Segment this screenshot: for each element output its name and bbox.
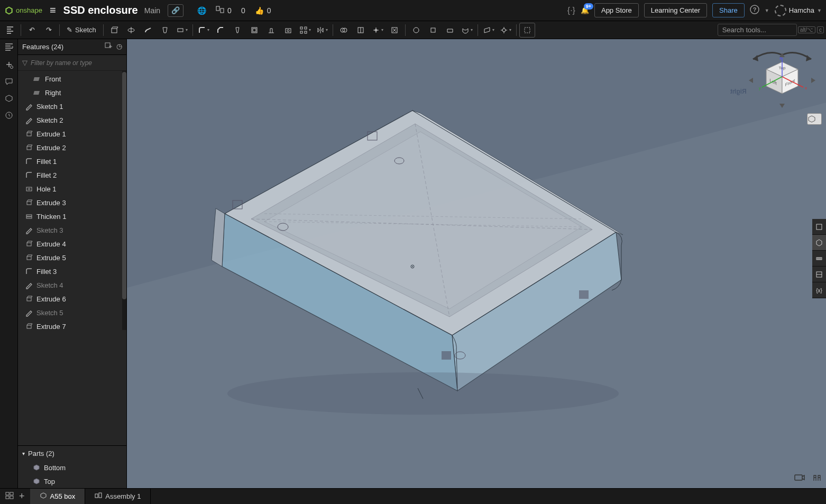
workspace-tab[interactable]: A55 box xyxy=(30,489,86,505)
extrude-icon xyxy=(25,254,33,261)
split-tool[interactable] xyxy=(353,23,369,38)
feature-item[interactable]: Fillet 3 xyxy=(18,264,126,278)
undo-button[interactable]: ↶ xyxy=(24,23,40,38)
tab-manager-icon[interactable] xyxy=(5,492,14,501)
select-box-tool[interactable] xyxy=(519,23,535,38)
help-dropdown-caret[interactable]: ▼ xyxy=(765,8,769,13)
feature-tree-toggle[interactable] xyxy=(2,23,18,38)
app-store-button[interactable]: App Store xyxy=(594,3,639,17)
feature-item[interactable]: Sketch 4 xyxy=(18,278,126,292)
rail-materials-icon[interactable] xyxy=(5,94,13,105)
logo[interactable]: onshape xyxy=(4,6,42,15)
draft-tool[interactable] xyxy=(230,23,245,38)
tree-scrollbar-track[interactable] xyxy=(122,71,126,330)
thicken-tool[interactable] xyxy=(174,23,190,38)
strip-appearance-icon[interactable] xyxy=(812,219,826,235)
rail-comments-icon[interactable] xyxy=(5,77,13,88)
notifications-button[interactable]: 🔔 9+ xyxy=(581,6,589,14)
feature-item[interactable]: Extrude 3 xyxy=(18,196,126,209)
feature-item[interactable]: Fillet 2 xyxy=(18,168,126,182)
feature-item[interactable]: Sketch 3 xyxy=(18,223,126,237)
mate-connector-tool[interactable] xyxy=(498,23,513,38)
units-icon[interactable] xyxy=(812,473,822,484)
plane-tool[interactable] xyxy=(481,23,497,38)
strip-variables-icon[interactable]: {x} xyxy=(812,282,826,298)
feature-tree[interactable]: FrontRightSketch 1Sketch 2Extrude 1Extru… xyxy=(18,71,126,445)
rail-add-feature-icon[interactable] xyxy=(5,60,13,71)
parts-header[interactable]: ▾ Parts (2) xyxy=(18,446,126,461)
help-icon[interactable]: ? xyxy=(750,5,759,16)
shell-tool[interactable] xyxy=(246,23,262,38)
user-menu[interactable]: Hamcha ▼ xyxy=(775,5,822,16)
hole-tool[interactable] xyxy=(280,23,296,38)
extrude-tool[interactable] xyxy=(106,23,122,38)
display-mode-button[interactable]: ▼ xyxy=(807,113,822,125)
sweep-tool[interactable] xyxy=(140,23,156,38)
feature-item[interactable]: Front xyxy=(18,72,126,86)
replace-face-tool[interactable] xyxy=(442,23,458,38)
view-cube[interactable]: Top Left Front x y z xyxy=(759,56,807,94)
feature-item[interactable]: Sketch 5 xyxy=(18,306,126,319)
learning-center-button[interactable]: Learning Center xyxy=(644,3,707,17)
feature-item[interactable]: Extrude 6 xyxy=(18,292,126,306)
public-icon[interactable]: 🌐 xyxy=(197,6,206,15)
feature-item[interactable]: Thicken 1 xyxy=(18,209,126,223)
strip-section-icon[interactable] xyxy=(812,267,826,282)
feature-item[interactable]: Sketch 2 xyxy=(18,113,126,127)
sketch-button[interactable]: ✎ Sketch xyxy=(62,23,100,38)
feature-item[interactable]: Sketch 1 xyxy=(18,99,126,113)
loft-tool[interactable] xyxy=(157,23,173,38)
feature-item[interactable]: Extrude 7 xyxy=(18,319,126,333)
fillet-tool[interactable] xyxy=(196,23,212,38)
chamfer-tool[interactable] xyxy=(213,23,228,38)
like-icon: 👍 xyxy=(255,6,264,15)
strip-mass-props-icon[interactable] xyxy=(812,235,826,251)
camera-icon[interactable] xyxy=(794,473,805,484)
share-button[interactable]: Share xyxy=(712,3,745,17)
feature-item[interactable]: Extrude 2 xyxy=(18,141,126,154)
filter-input[interactable] xyxy=(31,59,122,67)
search-tools-input[interactable]: Search tools... xyxy=(718,24,797,36)
rollback-timer-icon[interactable]: ◷ xyxy=(116,42,122,51)
workspace-tab[interactable]: Assembly 1 xyxy=(85,489,151,505)
svg-rect-78 xyxy=(6,492,9,495)
svg-rect-8 xyxy=(253,29,256,32)
hamburger-menu[interactable]: ≡ xyxy=(47,4,59,16)
copy-link-button[interactable]: 🔗 xyxy=(168,4,183,17)
tree-scrollbar-thumb[interactable] xyxy=(122,72,126,299)
branches-stat[interactable]: 0 xyxy=(216,6,232,15)
redo-button[interactable]: ↷ xyxy=(41,23,57,38)
rib-tool[interactable] xyxy=(263,23,279,38)
document-title[interactable]: SSD enclosure xyxy=(63,4,138,16)
likes-stat[interactable]: 👍 0 xyxy=(255,6,271,15)
add-feature-icon[interactable] xyxy=(105,42,112,51)
feature-item[interactable]: Extrude 1 xyxy=(18,127,126,141)
svg-rect-82 xyxy=(95,494,98,498)
modify-fillet-tool[interactable] xyxy=(408,23,424,38)
rail-history-icon[interactable] xyxy=(5,111,13,122)
svg-rect-1 xyxy=(221,8,224,13)
featurescript-icon[interactable]: {·} xyxy=(567,6,575,15)
comments-stat[interactable]: 0 xyxy=(241,6,245,15)
viewport-3d[interactable]: Right xyxy=(127,39,826,488)
transform-tool[interactable] xyxy=(370,23,386,38)
boolean-tool[interactable] xyxy=(336,23,352,38)
rail-feature-tree-icon[interactable] xyxy=(4,42,14,54)
feature-item[interactable]: Right xyxy=(18,86,126,99)
feature-item[interactable]: Fillet 1 xyxy=(18,154,126,168)
revolve-tool[interactable] xyxy=(123,23,139,38)
part-item[interactable]: Bottom xyxy=(18,461,126,474)
svg-rect-73 xyxy=(816,224,822,230)
filter-icon[interactable]: ▽ xyxy=(22,59,27,67)
pattern-tool[interactable] xyxy=(297,23,313,38)
surface-tool[interactable] xyxy=(459,23,475,38)
delete-face-tool[interactable] xyxy=(387,23,402,38)
feature-item[interactable]: Hole 1 xyxy=(18,182,126,196)
move-face-tool[interactable] xyxy=(425,23,441,38)
feature-item[interactable]: Extrude 4 xyxy=(18,237,126,251)
feature-item[interactable]: Extrude 5 xyxy=(18,251,126,264)
strip-measure-icon[interactable] xyxy=(812,251,826,267)
mirror-tool[interactable] xyxy=(314,23,330,38)
add-tab-icon[interactable]: + xyxy=(19,491,25,502)
part-item[interactable]: Top xyxy=(18,474,126,488)
